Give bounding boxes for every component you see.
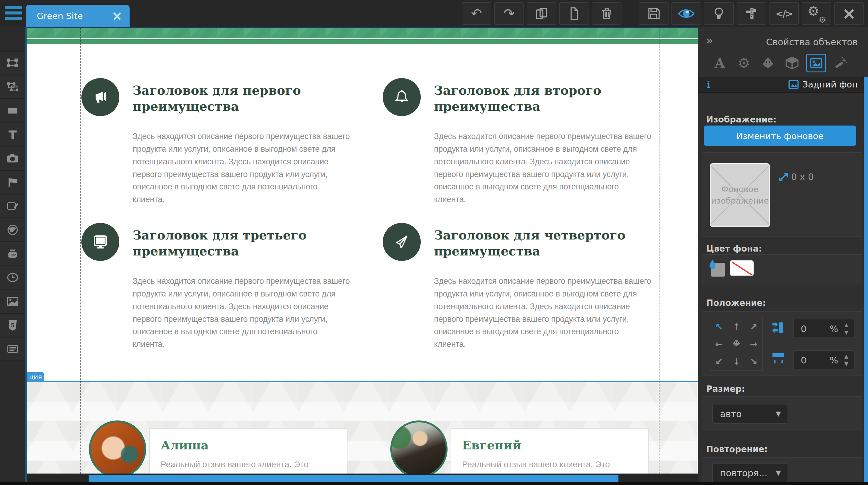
paper-plane-icon[interactable]: [383, 223, 421, 261]
monitor-icon[interactable]: [82, 223, 119, 261]
position-bottom-right[interactable]: ↘: [745, 353, 762, 370]
select-group-icon: [6, 56, 20, 70]
sidebar-tool-list[interactable]: [0, 337, 25, 361]
feature-title[interactable]: Заголовок для четвертого преимущества: [434, 227, 639, 260]
avatar[interactable]: [89, 421, 146, 478]
position-bottom-left[interactable]: ↙: [710, 353, 727, 370]
paste-button[interactable]: [559, 2, 589, 25]
feature-title[interactable]: Заголовок для первого преимущества: [133, 83, 338, 115]
position-x-spinner[interactable]: ▲▼: [842, 321, 851, 337]
position-bottom[interactable]: ↓: [727, 353, 745, 370]
megaphone-icon[interactable]: [82, 78, 119, 116]
camera-icon: [6, 151, 20, 165]
sidebar-tool-form[interactable]: [0, 194, 25, 218]
trash-icon: [599, 6, 614, 21]
position-left[interactable]: ←: [710, 335, 727, 352]
hint-button[interactable]: [704, 2, 734, 25]
feature-title[interactable]: Заголовок для второго преимущества: [434, 83, 639, 115]
properties-panel: » Свойства объектов A ⚙ ↔↕: [698, 27, 868, 485]
info-icon[interactable]: i: [707, 79, 710, 90]
avatar[interactable]: [390, 421, 447, 478]
position-label: Положение:: [706, 298, 766, 308]
position-y-input[interactable]: 0 % ▲▼: [793, 350, 855, 369]
undo-button[interactable]: ↶: [462, 2, 491, 25]
tab-settings[interactable]: ⚙: [734, 54, 754, 73]
sidebar-tool-text[interactable]: A: [0, 123, 25, 146]
tab-background[interactable]: [806, 54, 826, 73]
size-label: Размер:: [706, 384, 745, 394]
sidebar-tool-globe[interactable]: [0, 218, 25, 241]
sidebar-tool-html[interactable]: 5: [0, 313, 25, 337]
position-y-unit: %: [830, 355, 838, 366]
repeat-dropdown[interactable]: повторя... ▼: [712, 463, 788, 483]
code-button[interactable]: </>: [769, 2, 799, 25]
feature-block-1[interactable]: Заголовок для первого преимущества Здесь…: [82, 83, 359, 212]
redo-button[interactable]: ↷: [494, 2, 524, 25]
duplicate-button[interactable]: [527, 2, 556, 25]
chevron-down-icon: ▼: [776, 469, 781, 477]
tab-3d[interactable]: [782, 54, 802, 73]
ruler-button[interactable]: [737, 2, 766, 25]
feature-title[interactable]: Заголовок для третьего преимущества: [133, 227, 338, 260]
sidebar-tool-flag[interactable]: [0, 170, 25, 194]
horizontal-scrollbar-thumb[interactable]: [89, 475, 618, 483]
position-y-spinner[interactable]: ▲▼: [842, 352, 851, 368]
position-top-right[interactable]: ↗: [745, 318, 762, 335]
cube-icon: [784, 55, 800, 71]
right-guide-line: [659, 28, 659, 485]
change-background-button[interactable]: Изменить фоновое изображение: [704, 125, 856, 146]
bottom-edge: [0, 482, 868, 485]
paste-icon: [567, 6, 581, 21]
sidebar-tool-image[interactable]: [0, 290, 25, 313]
feature-block-2[interactable]: Заголовок для второго преимущества Здесь…: [383, 83, 660, 212]
testimonial-name[interactable]: Евгений: [462, 438, 521, 452]
tab-position[interactable]: ↔↕: [758, 54, 778, 73]
block-icon: [6, 104, 20, 118]
site-tab[interactable]: Green Site ×: [26, 5, 130, 27]
layers-icon: [6, 80, 20, 94]
sidebar-tool-select-group[interactable]: [0, 51, 25, 75]
sidebar-tool-layers[interactable]: [0, 75, 25, 98]
page-header-bar[interactable]: [27, 28, 698, 38]
close-button[interactable]: ×: [834, 2, 864, 25]
collapse-panel-icon[interactable]: »: [706, 34, 713, 47]
sidebar-tool-youtube[interactable]: Tube: [0, 242, 25, 265]
tab-effects[interactable]: [830, 54, 850, 73]
position-center[interactable]: ↔↕: [727, 335, 745, 352]
testimonial-name[interactable]: Алиша: [161, 438, 209, 452]
bell-icon[interactable]: [383, 78, 421, 116]
lightbulb-icon: [712, 6, 726, 21]
delete-button[interactable]: [592, 2, 621, 25]
section-tag[interactable]: ция: [27, 372, 44, 381]
feature-body[interactable]: Здесь находится описание первого преимущ…: [434, 275, 653, 351]
save-button[interactable]: [639, 2, 669, 25]
settings-button[interactable]: ⚙⚙: [802, 2, 831, 25]
position-x-input[interactable]: 0 % ▲▼: [793, 319, 855, 338]
feature-body[interactable]: Здесь находится описание первого преимущ…: [434, 130, 653, 206]
position-right[interactable]: →: [745, 335, 762, 352]
hamburger-menu-icon[interactable]: [5, 6, 22, 21]
color-picker-swatch[interactable]: [711, 263, 725, 277]
repeat-group: повторя... ▼: [703, 457, 862, 485]
sidebar-tool-block[interactable]: [0, 99, 25, 122]
feature-block-3[interactable]: Заголовок для третьего преимущества Здес…: [82, 227, 359, 357]
image-icon: [6, 294, 20, 308]
sidebar-tool-timer[interactable]: [0, 266, 25, 289]
position-y-value: 0: [801, 355, 807, 366]
feature-body[interactable]: Здесь находится описание первого преимущ…: [133, 130, 351, 206]
feature-body[interactable]: Здесь находится описание первого преимущ…: [133, 275, 351, 351]
position-top[interactable]: ↑: [727, 318, 745, 335]
code-icon: </>: [775, 8, 792, 19]
no-color-swatch[interactable]: [730, 260, 754, 276]
panel-scrollbar[interactable]: [864, 77, 868, 485]
background-icon: [788, 80, 799, 89]
feature-block-4[interactable]: Заголовок для четвертого преимущества Зд…: [383, 227, 660, 357]
tab-text[interactable]: A: [710, 54, 730, 73]
size-dropdown[interactable]: авто ▼: [712, 404, 788, 424]
position-top-left[interactable]: ↖: [710, 318, 727, 335]
sidebar-tool-photo[interactable]: [0, 147, 25, 170]
vertical-offset-icon: [771, 351, 785, 367]
tab-close-icon[interactable]: ×: [112, 8, 122, 23]
preview-button[interactable]: [672, 2, 701, 25]
background-thumbnail[interactable]: Фоновое изображение: [710, 163, 770, 227]
